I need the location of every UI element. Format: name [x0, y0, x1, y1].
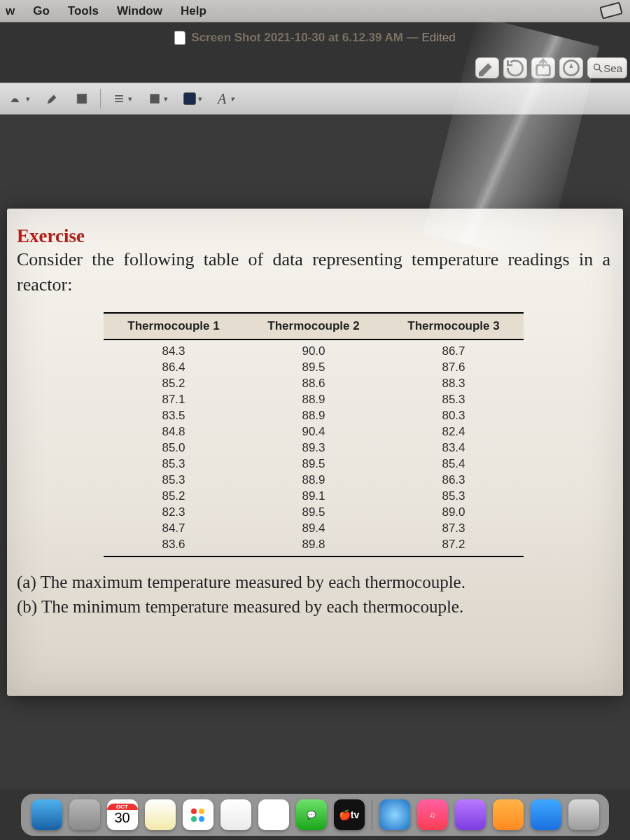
table-cell: 87.3 — [384, 520, 524, 536]
table-cell: 88.9 — [244, 407, 384, 424]
table-cell: 85.3 — [104, 472, 244, 488]
table-cell: 89.5 — [244, 504, 384, 520]
table-row: 85.288.688.3 — [104, 375, 524, 391]
table-cell: 87.6 — [384, 359, 524, 375]
table-row: 85.389.585.4 — [104, 456, 524, 472]
dock-launchpad[interactable] — [69, 799, 100, 830]
table-cell: 89.1 — [244, 488, 384, 504]
table-cell: 85.0 — [104, 440, 244, 456]
dock-calendar[interactable]: OCT30 — [107, 799, 138, 830]
table-cell: 89.5 — [244, 456, 384, 472]
svg-rect-4 — [77, 94, 86, 103]
toolbar-separator — [100, 89, 101, 108]
table-cell: 80.3 — [384, 407, 524, 424]
list-tool[interactable]: ▾ — [108, 88, 136, 110]
table-cell: 89.4 — [244, 520, 384, 536]
menubar: w Go Tools Window Help — [0, 0, 630, 22]
canvas: Exercise Consider the following table of… — [0, 115, 630, 790]
table-row: 84.789.487.3 — [104, 520, 524, 536]
data-table-wrap: Thermocouple 1 Thermocouple 2 Thermocoup… — [104, 312, 524, 557]
question-b: (b) The minimum temperature measured by … — [17, 594, 610, 619]
menu-w[interactable]: w — [6, 4, 15, 18]
table-cell: 85.3 — [384, 391, 524, 407]
menu-window[interactable]: Window — [117, 4, 162, 18]
dock-notes[interactable] — [145, 799, 176, 830]
menu-tools[interactable]: Tools — [68, 4, 99, 18]
table-row: 83.689.887.2 — [104, 536, 524, 556]
dock-safari[interactable] — [379, 799, 410, 830]
table-cell: 83.6 — [104, 536, 244, 556]
table-cell: 90.0 — [244, 340, 384, 360]
markup-toolbar: ▾ ▾ ▾ ▾ A▾ — [0, 83, 630, 115]
dock-messages[interactable]: 💬 — [296, 799, 327, 830]
menu-go[interactable]: Go — [33, 4, 50, 18]
question-a: (a) The maximum temperature measured by … — [17, 570, 610, 594]
table-cell: 86.7 — [384, 340, 524, 360]
table-cell: 88.9 — [244, 391, 384, 407]
table-row: 83.588.980.3 — [104, 407, 524, 424]
table-cell: 85.2 — [104, 375, 244, 391]
svg-line-3 — [599, 69, 602, 72]
dock-appstore[interactable] — [531, 799, 561, 830]
table-cell: 85.4 — [384, 456, 524, 472]
table-cell: 85.3 — [104, 456, 244, 472]
selection-tool[interactable] — [71, 88, 93, 110]
dock-music[interactable]: ♫ — [417, 799, 448, 830]
search-button[interactable]: Sea — [587, 57, 627, 78]
table-row: 87.188.985.3 — [104, 391, 524, 407]
search-label: Sea — [603, 62, 622, 74]
window-titlebar: Screen Shot 2021-10-30 at 6.12.39 AM — E… — [0, 22, 630, 53]
table-cell: 85.3 — [384, 488, 524, 504]
shapes-tool[interactable]: ▾ — [144, 88, 172, 110]
menu-help[interactable]: Help — [181, 4, 206, 18]
dock-tv[interactable]: 🍎tv — [334, 799, 365, 830]
dock-photos[interactable] — [258, 799, 289, 830]
rotate-button[interactable] — [503, 57, 527, 78]
svg-rect-8 — [150, 94, 159, 103]
table-row: 84.390.086.7 — [104, 340, 524, 360]
table-cell: 89.5 — [244, 359, 384, 375]
svg-point-2 — [594, 64, 600, 70]
secondary-toolbar: Sea — [0, 53, 630, 83]
dock-reminders[interactable] — [183, 799, 214, 830]
edit-button[interactable] — [475, 57, 499, 78]
table-cell: 83.5 — [104, 407, 244, 424]
document-icon — [174, 31, 186, 45]
column-header: Thermocouple 3 — [384, 313, 524, 340]
table-cell: 86.3 — [384, 472, 524, 488]
dock-finder[interactable] — [31, 799, 62, 830]
table-row: 86.489.587.6 — [104, 359, 524, 375]
table-cell: 85.2 — [104, 488, 244, 504]
window-title: Screen Shot 2021-10-30 at 6.12.39 AM — [191, 31, 403, 45]
highlight-button[interactable] — [559, 57, 583, 78]
dock-settings[interactable] — [568, 799, 599, 830]
table-cell: 90.4 — [244, 424, 384, 440]
exercise-heading: Exercise — [17, 225, 610, 247]
table-cell: 89.8 — [244, 536, 384, 556]
share-button[interactable] — [531, 57, 555, 78]
dock-freeform[interactable] — [220, 799, 251, 830]
color-tool[interactable]: ▾ — [179, 88, 206, 110]
data-table: Thermocouple 1 Thermocouple 2 Thermocoup… — [104, 312, 524, 557]
table-row: 85.089.383.4 — [104, 440, 524, 456]
dock-books[interactable] — [493, 799, 524, 830]
draw-tool[interactable] — [41, 88, 64, 110]
table-cell: 86.4 — [104, 359, 244, 375]
text-style-tool[interactable]: A▾ — [214, 88, 239, 110]
table-cell: 87.2 — [384, 536, 524, 556]
table-row: 85.289.185.3 — [104, 488, 524, 504]
dock: OCT30💬🍎tv♫ — [21, 794, 609, 836]
table-row: 84.890.482.4 — [104, 424, 524, 440]
battery-icon — [599, 1, 623, 19]
questions: (a) The maximum temperature measured by … — [17, 570, 610, 619]
table-row: 82.389.589.0 — [104, 504, 524, 520]
table-cell: 82.4 — [384, 424, 524, 440]
sketch-tool[interactable]: ▾ — [6, 88, 34, 110]
color-swatch — [183, 92, 196, 105]
table-cell: 82.3 — [104, 504, 244, 520]
table-cell: 89.0 — [384, 504, 524, 520]
table-row: 85.388.986.3 — [104, 472, 524, 488]
dock-podcasts[interactable] — [455, 799, 486, 830]
table-cell: 88.9 — [244, 472, 384, 488]
edited-label: Edited — [421, 31, 455, 45]
